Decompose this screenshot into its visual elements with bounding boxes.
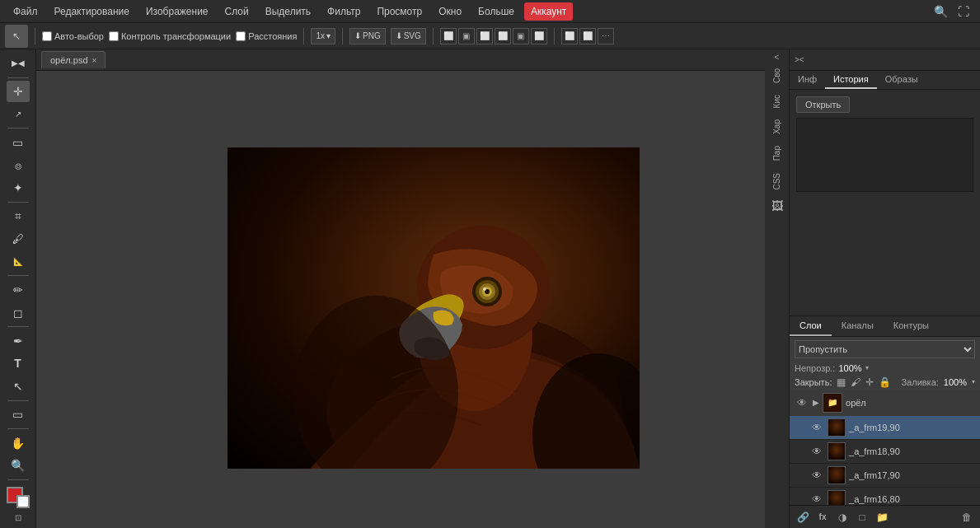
move-tool-icon[interactable]: ↖: [5, 25, 28, 48]
svg-export-btn[interactable]: ⬇ SVG: [391, 28, 426, 44]
separator-4: [433, 28, 434, 44]
dist-more-icon[interactable]: ⋯: [598, 28, 614, 44]
layer-item-1[interactable]: 👁 _a_frm18,90: [790, 440, 980, 464]
autoselect-label[interactable]: Авто-выбор: [42, 31, 104, 41]
png-export-btn[interactable]: ⬇ PNG: [349, 28, 386, 44]
char-panel-item[interactable]: Хар: [771, 114, 783, 139]
align-left-icon[interactable]: ⬜: [440, 28, 457, 44]
properties-panel-item[interactable]: Сво: [771, 63, 783, 88]
group-eye-icon[interactable]: 👁: [795, 395, 809, 410]
history-open-btn[interactable]: Открыть: [796, 96, 850, 113]
layer-item-3[interactable]: 👁 _a_frm16,80: [790, 488, 980, 506]
fullscreen-icon[interactable]: ⛶: [954, 2, 973, 21]
transform-label[interactable]: Контроль трансформации: [109, 31, 231, 41]
brush-tool-btn[interactable]: ✏: [7, 279, 30, 301]
expand-toolbar-icon[interactable]: ▶◀: [7, 53, 30, 74]
menu-account[interactable]: Аккаунт: [524, 2, 573, 21]
layer-3-thumb: [828, 490, 846, 506]
dist-v-icon[interactable]: ⬜: [579, 28, 596, 44]
lasso-tool-btn[interactable]: ⌾: [7, 155, 30, 176]
left-toolbar: ▶◀ ✛ ↗ ▭ ⌾ ✦ ⌗ 🖋 📐 ✏ ◻ ✒ T ↖ ▭ ✋ 🔍 ⊡: [0, 49, 36, 528]
transform-checkbox[interactable]: [109, 31, 119, 41]
menu-view[interactable]: Просмотр: [370, 2, 429, 21]
layer-item-2[interactable]: 👁 _a_frm17,90: [790, 464, 980, 488]
tab-samples[interactable]: Образы: [877, 71, 926, 89]
align-center-h-icon[interactable]: ▣: [458, 28, 475, 44]
menu-image[interactable]: Изображение: [139, 2, 215, 21]
menu-window[interactable]: Окно: [432, 2, 468, 21]
tab-layers[interactable]: Слои: [790, 316, 832, 336]
search-icon[interactable]: 🔍: [931, 2, 950, 21]
layer-0-name: _a_frm19,90: [849, 423, 975, 432]
tab-info[interactable]: Инф: [790, 71, 825, 89]
menu-edit[interactable]: Редактирование: [48, 2, 136, 21]
lock-move-icon[interactable]: ✛: [865, 376, 874, 388]
align-top-icon[interactable]: ⬜: [495, 28, 511, 44]
expand-right-btn[interactable]: ><: [795, 55, 804, 64]
menu-select[interactable]: Выделить: [259, 2, 317, 21]
layer-2-eye-icon[interactable]: 👁: [809, 468, 824, 483]
zoom-select[interactable]: 1x ▾: [311, 28, 335, 44]
brush-panel-item[interactable]: Кис: [771, 90, 783, 113]
pen-tool-btn[interactable]: ✒: [7, 330, 30, 352]
lock-brush-icon[interactable]: 🖌: [851, 376, 860, 388]
path-select-tool-btn[interactable]: ↖: [7, 376, 30, 397]
measure-tool-btn[interactable]: 📐: [7, 251, 30, 273]
new-layer-icon[interactable]: □: [854, 509, 870, 526]
file-tab[interactable]: орёл.psd ×: [41, 51, 106, 68]
type-tool-btn[interactable]: T: [7, 353, 30, 375]
menu-more[interactable]: Больше: [471, 2, 521, 21]
color-picker[interactable]: [7, 487, 30, 508]
align-bottom-icon[interactable]: ⬜: [531, 28, 547, 44]
tab-paths[interactable]: Контуры: [884, 316, 939, 336]
collapse-left-btn[interactable]: <: [775, 53, 780, 62]
dist-h-icon[interactable]: ⬜: [561, 28, 578, 44]
menu-layer[interactable]: Слой: [218, 2, 256, 21]
distance-checkbox[interactable]: [236, 31, 246, 41]
fill-value[interactable]: 100%: [944, 377, 967, 387]
eyedropper-tool-btn[interactable]: 🖋: [7, 228, 30, 250]
align-right-icon[interactable]: ⬜: [476, 28, 493, 44]
paragraph-panel-item[interactable]: Пар: [771, 141, 783, 166]
opacity-value[interactable]: 100%: [838, 363, 861, 373]
layer-3-eye-icon[interactable]: 👁: [809, 492, 824, 506]
quick-mask-btn[interactable]: ⊡: [7, 512, 30, 525]
align-center-v-icon[interactable]: ▣: [513, 28, 529, 44]
fill-dropdown-icon[interactable]: ▾: [972, 378, 975, 385]
menu-filter[interactable]: Фильтр: [321, 2, 367, 21]
move-tool-btn[interactable]: ✛: [7, 81, 30, 102]
zoom-tool-btn[interactable]: 🔍: [7, 456, 30, 477]
image-panel-icon[interactable]: 🖼: [768, 196, 786, 216]
lock-padlock-icon[interactable]: 🔒: [879, 376, 891, 388]
layer-0-eye-icon[interactable]: 👁: [809, 420, 824, 435]
lock-checkerboard-icon[interactable]: ▦: [837, 376, 846, 388]
tab-close-btn[interactable]: ×: [92, 56, 97, 65]
layer-1-eye-icon[interactable]: 👁: [809, 444, 824, 459]
new-folder-icon[interactable]: 📁: [874, 509, 890, 526]
tab-channels[interactable]: Каналы: [832, 316, 884, 336]
css-panel-item[interactable]: CSS: [771, 168, 783, 195]
autoselect-checkbox[interactable]: [42, 31, 52, 41]
layers-list[interactable]: 👁 ▶ 📁 орёл 👁 _a_frm19,90 👁: [790, 390, 980, 506]
group-expand-icon[interactable]: ▶: [813, 398, 819, 407]
adjustment-layer-icon[interactable]: ◑: [834, 509, 851, 526]
tab-history[interactable]: История: [825, 71, 877, 89]
menu-file[interactable]: Файл: [7, 2, 45, 21]
layer-group-header[interactable]: 👁 ▶ 📁 орёл: [790, 390, 980, 416]
background-color[interactable]: [16, 495, 30, 508]
magic-wand-tool-btn[interactable]: ✦: [7, 177, 30, 199]
delete-layer-icon[interactable]: 🗑: [959, 509, 975, 526]
eraser-tool-btn[interactable]: ◻: [7, 302, 30, 324]
layer-item-0[interactable]: 👁 _a_frm19,90: [790, 416, 980, 440]
link-layers-icon[interactable]: 🔗: [795, 509, 811, 526]
distance-label[interactable]: Расстояния: [236, 31, 297, 41]
hand-tool-btn[interactable]: ✋: [7, 432, 30, 454]
shape-tool-btn[interactable]: ▭: [7, 404, 30, 426]
blend-mode-select[interactable]: Пропустить: [795, 340, 975, 358]
opacity-dropdown-icon[interactable]: ▾: [865, 364, 869, 371]
rect-select-tool-btn[interactable]: ▭: [7, 132, 30, 153]
crop-tool-btn[interactable]: ⌗: [7, 206, 30, 227]
artboard-tool-btn[interactable]: ↗: [7, 104, 30, 125]
separator-3: [342, 28, 343, 44]
fx-icon[interactable]: fx: [814, 509, 831, 526]
